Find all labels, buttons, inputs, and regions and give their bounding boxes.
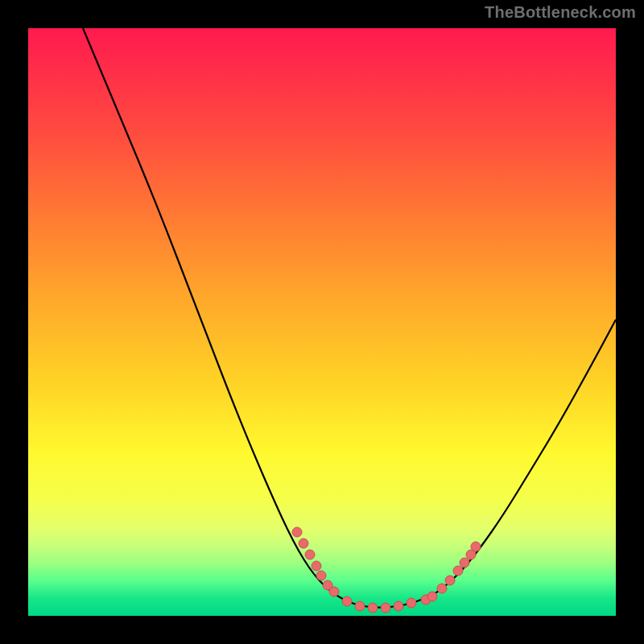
dot-group <box>292 527 481 613</box>
data-point-marker <box>453 566 463 576</box>
data-point-marker <box>329 587 339 597</box>
data-point-marker <box>292 527 302 537</box>
data-point-marker <box>427 592 437 601</box>
data-point-marker <box>394 601 403 611</box>
data-point-marker <box>407 598 416 608</box>
data-point-marker <box>381 603 390 613</box>
data-point-marker <box>368 603 378 613</box>
data-point-marker <box>445 576 455 585</box>
bottleneck-curve <box>83 28 616 608</box>
data-point-marker <box>437 584 447 593</box>
data-point-marker <box>316 571 326 580</box>
watermark-text: TheBottleneck.com <box>485 3 636 22</box>
chart-overlay <box>28 28 616 616</box>
data-point-marker <box>299 539 308 548</box>
plot-area <box>28 28 616 616</box>
data-point-marker <box>312 561 321 571</box>
data-point-marker <box>460 558 469 568</box>
chart-frame: TheBottleneck.com <box>0 0 644 644</box>
data-point-marker <box>471 542 481 551</box>
data-point-marker <box>305 550 315 559</box>
data-point-marker <box>355 601 365 611</box>
data-point-marker <box>342 597 352 606</box>
